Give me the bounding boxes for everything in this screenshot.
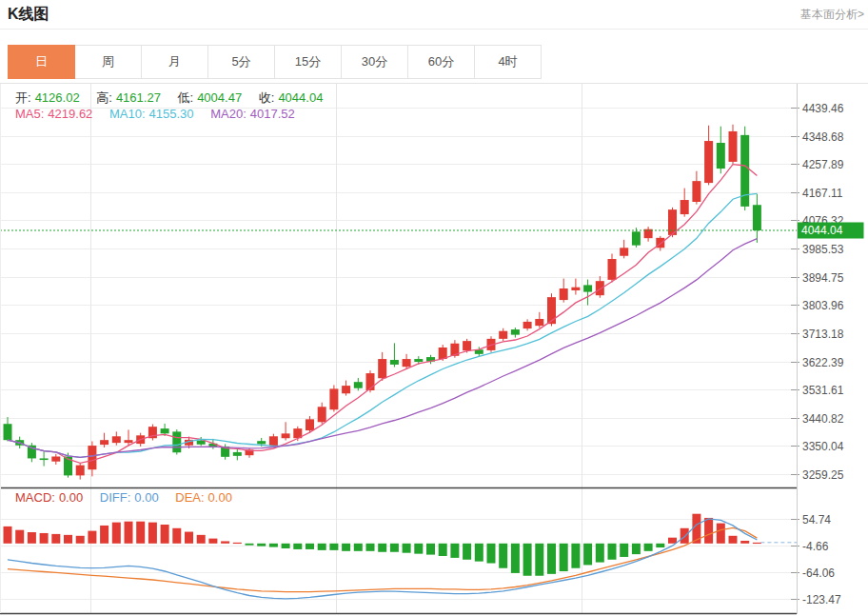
- macd-bar: [88, 531, 96, 544]
- candle-body: [172, 431, 181, 452]
- tab-5min[interactable]: 5分: [208, 45, 275, 79]
- candle-body: [596, 281, 604, 295]
- price-tick-label: 3894.75: [802, 271, 844, 285]
- macd-bar: [342, 544, 350, 551]
- macd-bar: [450, 544, 459, 558]
- candle-body: [753, 205, 761, 230]
- macd-bar: [439, 544, 447, 556]
- macd-bar: [403, 544, 411, 553]
- tab-30min[interactable]: 30分: [342, 45, 408, 79]
- candle-body: [390, 360, 399, 365]
- ma-legend: MA5:4219.62 MA10:4155.30 MA20:4017.52: [15, 107, 299, 121]
- kline-page: 4439.464348.684257.894167.114076.323985.…: [0, 0, 868, 616]
- candle-body: [583, 285, 592, 291]
- macd-bar: [293, 544, 302, 549]
- macd-bar: [463, 544, 471, 560]
- ma20-line: [8, 239, 757, 458]
- macd-bar: [282, 544, 290, 548]
- macd-bar: [571, 544, 580, 568]
- open-label: 开:: [15, 90, 31, 105]
- candle-body: [499, 331, 507, 339]
- macd-bar: [668, 538, 677, 544]
- candle-body: [306, 419, 314, 430]
- price-tick-label: 3531.61: [802, 384, 844, 397]
- price-tick-label: 3803.96: [802, 299, 844, 312]
- macd-bar: [487, 544, 496, 564]
- ohlc-legend: 开:4126.02 高:4161.27 低:4004.47 收:4044.04: [15, 89, 326, 107]
- candle-body: [523, 322, 532, 328]
- macd-bar: [4, 527, 12, 544]
- macd-bar: [100, 526, 108, 544]
- tab-month[interactable]: 月: [142, 45, 208, 79]
- macd-tick-label: -4.66: [802, 540, 829, 553]
- candle-body: [704, 141, 713, 183]
- tab-week[interactable]: 周: [75, 45, 142, 79]
- low-value: 4004.47: [197, 90, 242, 105]
- candle-body: [571, 288, 580, 290]
- page-title: K线图: [8, 5, 49, 25]
- macd-bar: [390, 544, 399, 552]
- macd-bar: [221, 541, 229, 543]
- macd-bar: [161, 525, 169, 544]
- macd-bar: [704, 518, 713, 544]
- macd-bar: [136, 522, 145, 544]
- candle-body: [378, 359, 386, 378]
- price-tick-label: 4257.89: [802, 158, 844, 171]
- tab-4hour[interactable]: 4时: [475, 45, 542, 79]
- macd-bar: [499, 544, 507, 568]
- candle-body: [620, 248, 628, 255]
- macd-bar: [197, 535, 206, 544]
- close-label: 收:: [259, 90, 275, 105]
- candle-body: [282, 433, 290, 438]
- high-label: 高:: [96, 90, 112, 105]
- macd-bar: [233, 543, 242, 544]
- diff-label: DIFF:: [100, 490, 131, 505]
- candle-body: [269, 436, 278, 446]
- tab-15min[interactable]: 15分: [275, 45, 342, 79]
- candle-body: [88, 446, 96, 469]
- diff-value: 0.00: [134, 490, 158, 505]
- macd-bar: [15, 530, 24, 544]
- ma10-label: MA10:: [109, 107, 146, 121]
- candle-body: [112, 436, 121, 443]
- candle-body: [329, 388, 338, 409]
- price-tick-label: 3622.39: [802, 356, 844, 369]
- low-label: 低:: [178, 90, 194, 105]
- current-price-badge-label: 4044.04: [801, 224, 843, 237]
- macd-bar: [535, 544, 543, 576]
- fundamental-analysis-link[interactable]: 基本面分析>: [800, 7, 864, 23]
- tab-day[interactable]: 日: [8, 45, 75, 79]
- candle-body: [125, 440, 133, 443]
- candle-body: [463, 341, 471, 350]
- candle-body: [51, 456, 60, 461]
- dea-value: 0.00: [208, 490, 232, 505]
- macd-bar: [318, 544, 326, 550]
- price-tick-label: 4348.68: [802, 130, 844, 144]
- candle-body: [729, 131, 738, 162]
- tab-60min[interactable]: 60分: [408, 45, 475, 79]
- macd-bar: [51, 534, 60, 544]
- candle-body: [632, 231, 641, 245]
- candle-body: [560, 288, 568, 300]
- macd-bar: [306, 544, 314, 549]
- price-tick-label: 3985.53: [802, 243, 844, 256]
- period-tabs: 日 周 月 5分 15分 30分 60分 4时: [8, 45, 542, 79]
- ma20-label: MA20:: [210, 107, 247, 121]
- close-value: 4044.04: [278, 90, 323, 105]
- ma10-value: 4155.30: [149, 107, 194, 121]
- candle-body: [318, 407, 326, 422]
- price-tick-label: 3440.82: [802, 412, 844, 426]
- price-tick-label: 3713.18: [802, 328, 844, 341]
- macd-bar: [329, 544, 338, 550]
- high-value: 4161.27: [116, 90, 161, 105]
- macd-tick-label: 54.74: [802, 513, 831, 527]
- candle-body: [100, 440, 108, 445]
- macd-bar: [511, 544, 520, 573]
- candle-body: [354, 382, 363, 388]
- price-tick-label: 4167.11: [802, 187, 843, 200]
- macd-bar: [547, 544, 556, 574]
- candle-body: [403, 359, 411, 367]
- macd-label: MACD:: [15, 490, 55, 505]
- macd-bar: [354, 544, 363, 551]
- candle-body: [535, 319, 543, 326]
